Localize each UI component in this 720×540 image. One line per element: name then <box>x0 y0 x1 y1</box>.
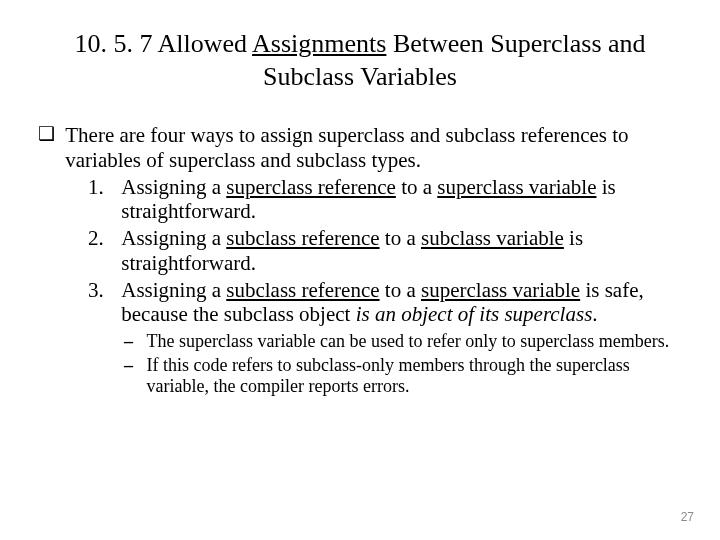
square-bullet-icon: ❑ <box>38 123 60 145</box>
item-text: Assigning a subclass reference to a supe… <box>121 278 681 328</box>
slide-title: 10. 5. 7 Allowed Assignments Between Sup… <box>44 28 676 93</box>
intro-text: There are four ways to assign superclass… <box>65 123 665 173</box>
sub-list-item: – If this code refers to subclass-only m… <box>124 355 686 398</box>
page-number: 27 <box>681 510 694 524</box>
slide-body: ❑ There are four ways to assign supercla… <box>34 123 686 398</box>
dash-icon: – <box>124 355 142 377</box>
sub-item-text: The superclass variable can be used to r… <box>147 331 677 353</box>
list-item: 1. Assigning a superclass reference to a… <box>88 175 686 225</box>
sub-item-text: If this code refers to subclass-only mem… <box>147 355 677 398</box>
slide: 10. 5. 7 Allowed Assignments Between Sup… <box>0 0 720 540</box>
sub-list-item: – The superclass variable can be used to… <box>124 331 686 353</box>
item-text: Assigning a subclass reference to a subc… <box>121 226 681 276</box>
sub-list: – The superclass variable can be used to… <box>124 331 686 398</box>
item-number: 3. <box>88 278 116 303</box>
title-underlined: Assignments <box>252 29 386 58</box>
numbered-list: 1. Assigning a superclass reference to a… <box>88 175 686 328</box>
list-item: 2. Assigning a subclass reference to a s… <box>88 226 686 276</box>
item-number: 1. <box>88 175 116 200</box>
title-pre: 10. 5. 7 Allowed <box>74 29 252 58</box>
dash-icon: – <box>124 331 142 353</box>
item-text: Assigning a superclass reference to a su… <box>121 175 681 225</box>
item-number: 2. <box>88 226 116 251</box>
bullet-item: ❑ There are four ways to assign supercla… <box>38 123 686 173</box>
list-item: 3. Assigning a subclass reference to a s… <box>88 278 686 328</box>
